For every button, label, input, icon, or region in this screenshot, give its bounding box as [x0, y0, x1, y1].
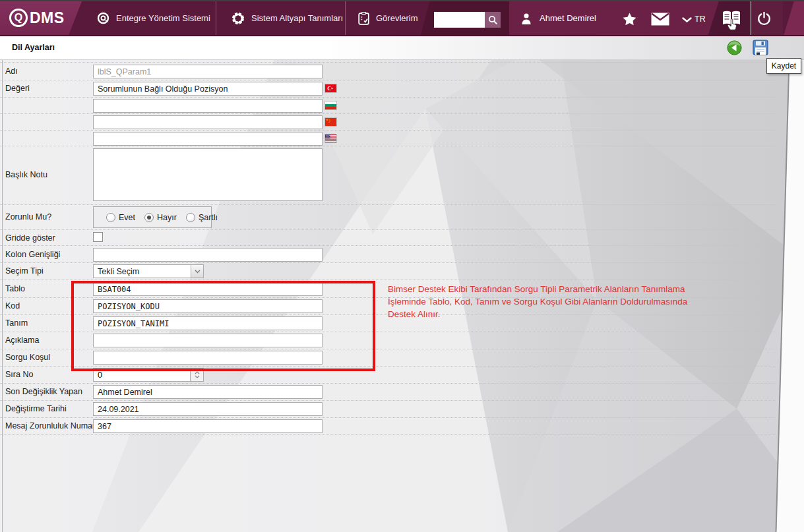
flag-turkey-icon — [325, 84, 336, 92]
row-separator — [0, 62, 775, 63]
row-separator — [0, 434, 775, 435]
menu-divider — [751, 1, 751, 35]
row-separator — [0, 204, 775, 205]
radio-icon[interactable] — [106, 213, 115, 222]
page-header: Dil Ayarları — [0, 36, 804, 60]
field-label-son-degisiklik-yapan: Son Değişiklik Yapan — [5, 387, 82, 396]
annotation-note: Bimser Destek Ekibi Tarafından Sorgu Tip… — [388, 283, 703, 320]
search-input[interactable] — [434, 12, 485, 28]
menu-divider — [345, 1, 346, 35]
mail-icon[interactable] — [651, 13, 669, 26]
row-separator — [0, 97, 775, 98]
field-label-degeri: Değeri — [5, 84, 30, 93]
flag-china-icon — [325, 118, 336, 126]
radio-option-sartli[interactable]: Şartlı — [186, 213, 218, 222]
spinner-up-icon[interactable] — [195, 371, 200, 374]
radio-option-evet[interactable]: Evet — [106, 213, 135, 222]
degeri-input-turkish[interactable] — [93, 82, 323, 96]
top-navigation-bar: Q DMS Entegre Yönetim Sistemi Sistem Alt… — [0, 0, 804, 36]
row-separator — [0, 113, 775, 114]
chevron-down-icon — [195, 270, 201, 274]
gear-icon — [232, 12, 245, 25]
son-degisiklik-yapan-input[interactable] — [93, 385, 323, 399]
corner-segment — [782, 1, 804, 35]
field-label-sira-no: Sıra No — [5, 370, 33, 379]
radio-label: Hayır — [157, 213, 177, 222]
zorunlu-radio-group: Evet Hayır Şartlı — [93, 206, 212, 228]
menu-item-sistem-altyapi-tanimlari[interactable]: Sistem Altyapı Tanımları — [232, 1, 343, 35]
user-icon — [520, 12, 533, 25]
field-label-aciklama: Açıklama — [5, 336, 39, 345]
row-separator — [0, 417, 775, 418]
panel-left-border — [2, 36, 3, 532]
hand-cursor-icon — [727, 18, 737, 30]
baslik-notu-textarea[interactable] — [93, 148, 323, 201]
field-label-zorunlu-mu: Zorunlu Mu? — [5, 212, 51, 222]
row-separator — [0, 80, 775, 80]
back-icon[interactable] — [727, 40, 742, 55]
tasks-clipboard-icon — [358, 12, 369, 25]
radio-icon-selected[interactable] — [144, 213, 154, 222]
radio-icon[interactable] — [186, 213, 195, 222]
field-label-gridde-goster: Gridde göster — [5, 233, 55, 243]
row-separator — [0, 146, 775, 146]
radio-option-hayir[interactable]: Hayır — [144, 213, 177, 222]
red-highlight-rectangle — [71, 281, 375, 371]
row-separator — [0, 245, 775, 246]
qdms-logo[interactable]: Q DMS — [9, 9, 65, 27]
gridde-goster-checkbox[interactable] — [93, 232, 103, 242]
menu-label: Görevlerim — [376, 13, 418, 23]
degeri-input-bulgarian[interactable] — [93, 99, 323, 113]
spinner-down-icon[interactable] — [195, 375, 200, 378]
field-label-kod: Kod — [5, 301, 20, 310]
kolon-genisligi-input[interactable] — [93, 248, 323, 262]
select-dropdown-button[interactable] — [191, 265, 203, 278]
field-label-degistirme-tarihi: Değiştirme Tarihi — [5, 404, 67, 413]
qdms-logo-text: DMS — [30, 9, 65, 27]
chevron-down-icon[interactable] — [682, 17, 692, 22]
save-tooltip: Kaydet — [766, 58, 801, 74]
field-label-kolon-genisligi: Kolon Genişliği — [5, 250, 60, 259]
user-name: Ahmet Demirel — [540, 13, 596, 23]
field-label-adi: Adı — [5, 67, 18, 76]
field-label-secim-tipi: Seçim Tipi — [5, 266, 44, 276]
degeri-input-chinese[interactable] — [93, 115, 323, 129]
page-title: Dil Ayarları — [12, 43, 55, 52]
secim-tipi-select[interactable]: Tekli Seçim — [93, 264, 204, 278]
power-icon[interactable] — [757, 12, 771, 26]
flag-bulgaria-icon — [325, 102, 336, 109]
row-separator — [0, 229, 775, 230]
menu-label: Entegre Yönetim Sistemi — [116, 13, 210, 23]
row-separator — [0, 400, 775, 401]
language-selector[interactable]: TR — [695, 15, 706, 24]
qdms-logo-q-icon: Q — [9, 9, 28, 27]
search-icon — [488, 15, 498, 25]
radio-label: Evet — [119, 213, 135, 222]
flag-usa-icon — [325, 134, 336, 142]
row-separator — [0, 280, 775, 280]
field-label-mesaj-zorunluluk-numarasi: Mesaj Zorunluluk Numarası — [5, 421, 106, 430]
selected-option: Tekli Seçim — [98, 267, 139, 276]
adi-input[interactable] — [93, 65, 323, 78]
field-label-baslik-notu: Başlık Notu — [5, 170, 47, 179]
mesaj-zorunluluk-numarasi-input[interactable] — [93, 419, 323, 433]
menu-item-entegre-yonetim-sistemi[interactable]: Entegre Yönetim Sistemi — [97, 1, 210, 35]
menu-divider — [216, 1, 216, 35]
field-label-tablo: Tablo — [5, 284, 25, 293]
menu-item-gorevlerim[interactable]: Görevlerim — [358, 1, 418, 35]
field-label-tanim: Tanım — [5, 318, 28, 328]
degistirme-tarihi-input[interactable] — [93, 402, 323, 416]
star-icon[interactable] — [623, 13, 636, 26]
row-separator — [0, 383, 775, 384]
save-icon[interactable] — [753, 40, 768, 55]
user-menu[interactable]: Ahmet Demirel — [520, 1, 596, 35]
degeri-input-english[interactable] — [93, 132, 323, 146]
qdms-app: Q DMS Entegre Yönetim Sistemi Sistem Alt… — [0, 0, 804, 532]
menu-label: Sistem Altyapı Tanımları — [251, 13, 343, 23]
field-label-sorgu-kosul: Sorgu Koşul — [5, 353, 50, 362]
row-separator — [0, 130, 775, 131]
row-separator — [0, 262, 775, 263]
qdms-mini-icon — [97, 12, 109, 24]
search-button[interactable] — [485, 12, 501, 28]
radio-label: Şartlı — [199, 213, 218, 222]
